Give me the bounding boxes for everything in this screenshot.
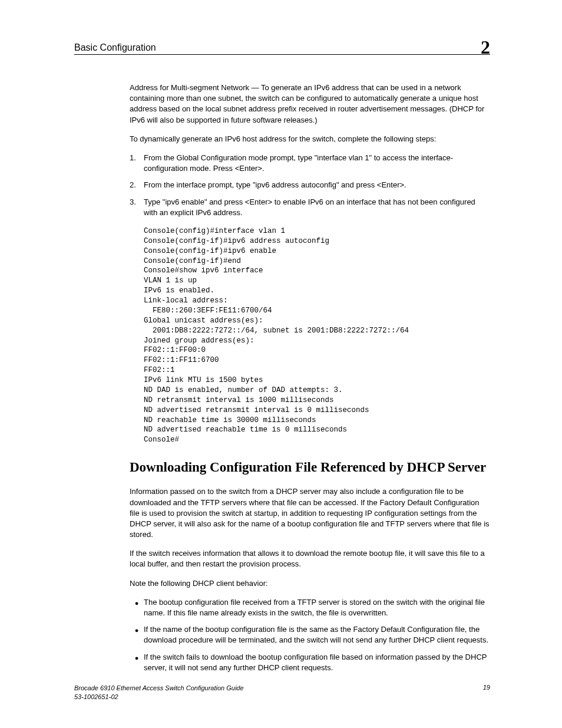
step-number: 1. xyxy=(130,153,144,174)
page-content: Address for Multi-segment Network — To g… xyxy=(130,83,490,681)
bullet-icon: ● xyxy=(130,624,144,645)
section-paragraph-2: If the switch receives information that … xyxy=(130,548,490,569)
step-number: 3. xyxy=(130,197,144,218)
list-item: ● If the switch fails to download the bo… xyxy=(130,652,490,673)
page-footer: Brocade 6910 Ethernet Access Switch Conf… xyxy=(74,684,490,701)
section-heading: Downloading Configuration File Reference… xyxy=(130,458,490,477)
intro-paragraph-2: To dynamically generate an IPv6 host add… xyxy=(130,134,490,144)
bullet-icon: ● xyxy=(130,597,144,618)
footer-doc-info: Brocade 6910 Ethernet Access Switch Conf… xyxy=(74,684,244,701)
console-output: Console(config)#interface vlan 1 Console… xyxy=(144,226,490,445)
list-item: ● The bootup configuration file received… xyxy=(130,597,490,618)
step-text: Type "ipv6 enable" and press <Enter> to … xyxy=(144,197,490,218)
page-header: Basic Configuration 2 xyxy=(74,37,490,58)
section-paragraph-3: Note the following DHCP client behavior: xyxy=(130,578,490,589)
step-text: From the interface prompt, type "ipv6 ad… xyxy=(144,180,490,190)
step-item: 3. Type "ipv6 enable" and press <Enter> … xyxy=(130,197,490,218)
step-number: 2. xyxy=(130,180,144,190)
bullet-list: ● The bootup configuration file received… xyxy=(130,597,490,673)
step-item: 1. From the Global Configuration mode pr… xyxy=(130,153,490,174)
chapter-number: 2 xyxy=(481,37,490,58)
bullet-text: If the name of the bootup configuration … xyxy=(144,624,490,645)
bullet-icon: ● xyxy=(130,652,144,673)
footer-line-1: Brocade 6910 Ethernet Access Switch Conf… xyxy=(74,684,244,692)
step-text: From the Global Configuration mode promp… xyxy=(144,153,490,174)
list-item: ● If the name of the bootup configuratio… xyxy=(130,624,490,645)
header-title: Basic Configuration xyxy=(74,42,156,53)
footer-line-2: 53-1002651-02 xyxy=(74,693,244,701)
bullet-text: The bootup configuration file received f… xyxy=(144,597,490,618)
bullet-text: If the switch fails to download the boot… xyxy=(144,652,490,673)
intro-paragraph-1: Address for Multi-segment Network — To g… xyxy=(130,83,490,126)
step-item: 2. From the interface prompt, type "ipv6… xyxy=(130,180,490,190)
page-number: 19 xyxy=(483,684,490,701)
steps-list: 1. From the Global Configuration mode pr… xyxy=(130,153,490,218)
section-paragraph-1: Information passed on to the switch from… xyxy=(130,486,490,540)
header-rule xyxy=(74,54,490,55)
